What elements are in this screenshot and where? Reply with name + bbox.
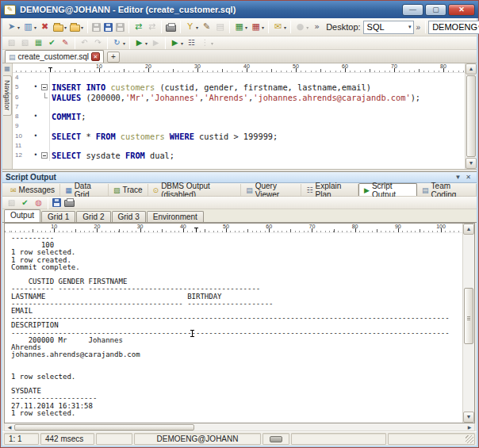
desktop-select[interactable]: SQL▾ — [363, 21, 414, 34]
connect-icon[interactable]: ➤▾ — [5, 20, 21, 34]
recall-statement-icon[interactable]: ↻▾ — [110, 37, 127, 49]
tab-create-customer-sql[interactable]: ▤ create_customer.sql ✕ — [5, 50, 104, 63]
tab-close-button[interactable]: ✕ — [91, 52, 100, 61]
reload-icon[interactable]: ⇄ — [132, 20, 145, 34]
rollback-icon[interactable]: ▦▾ — [249, 20, 266, 34]
run-script-icon[interactable]: ▶▾ — [168, 37, 185, 49]
dropdown-arrow-icon[interactable]: ▾ — [123, 40, 125, 46]
dropdown-arrow-icon[interactable]: ▾ — [64, 25, 67, 30]
validate-icon[interactable]: ✔ — [18, 197, 32, 209]
editor-scrollbar[interactable]: ▲ ▼ — [465, 63, 477, 169]
editor-line[interactable]: 4 — [13, 73, 465, 82]
close-button[interactable]: ✕ — [448, 4, 475, 16]
subtab-grid-1[interactable]: Grid 1 — [41, 211, 75, 222]
dropdown-arrow-icon[interactable]: ▾ — [306, 25, 308, 30]
copy-to-grid-icon[interactable]: ▦ — [32, 37, 45, 49]
scroll-down-icon[interactable]: ▼ — [466, 158, 477, 169]
panel-tab-data-grid[interactable]: ▦Data Grid — [60, 184, 109, 196]
dropdown-arrow-icon[interactable]: ▾ — [81, 25, 83, 30]
subtab-output[interactable]: Output — [4, 209, 40, 222]
main-toolbar: ➤▾▥▾✖▾▾⇄⇄Y▾✎▤▦▾▦▾✉▾●▾»Desktop:SQL▾»DEMOE… — [2, 18, 477, 36]
dropdown-arrow-icon[interactable]: ▾ — [34, 25, 36, 30]
dropdown-arrow-icon[interactable]: ▾ — [245, 25, 247, 30]
subtab-grid-2[interactable]: Grid 2 — [76, 211, 110, 222]
attachment-icon[interactable]: ✉▾ — [271, 20, 288, 34]
editor-line[interactable]: 10•SELECT * FROM customers WHERE custid … — [13, 132, 465, 141]
resize-grip-icon[interactable] — [466, 435, 473, 443]
code-text: COMMIT; — [50, 112, 86, 121]
subtab-environment[interactable]: Environment — [147, 211, 204, 222]
status-cell-4 — [262, 433, 289, 445]
connection-select[interactable]: DEMOENG▾ — [428, 21, 479, 34]
dropdown-arrow-icon[interactable]: ▾ — [17, 25, 20, 30]
ruler-tick — [370, 69, 370, 72]
fold-collapse-icon[interactable] — [41, 152, 48, 159]
output-scroll-up-icon[interactable]: ▲ — [463, 224, 474, 235]
chevron-down-icon[interactable]: ▾ — [408, 24, 412, 30]
dropdown-arrow-icon[interactable]: ▾ — [211, 40, 213, 46]
print-icon[interactable] — [164, 20, 178, 34]
editor-line[interactable]: 8•COMMIT; — [13, 112, 465, 121]
panel-tab-dbms-output-disabled-[interactable]: ⊙DBMS Output (disabled) — [148, 184, 242, 196]
new-tab-button[interactable]: + — [107, 52, 120, 63]
output-hscrollbar[interactable]: ◀ ▶ — [4, 423, 475, 431]
script-output-text[interactable]: ---------- 100 1 row selected. 1 row cre… — [5, 233, 462, 417]
output-scrollbar[interactable]: ▲ ▼ — [462, 224, 474, 423]
scroll-up-icon[interactable]: ▲ — [466, 63, 477, 75]
scroll-right-icon[interactable]: ▶ — [465, 424, 474, 430]
open-file-icon[interactable]: ▾ — [52, 20, 68, 34]
panel-tab-team-coding[interactable]: ▤Team Coding — [417, 184, 477, 196]
save-output-icon[interactable] — [51, 197, 63, 209]
execute-statement-icon[interactable]: ▶▾ — [132, 37, 149, 49]
print-output-icon[interactable] — [63, 197, 76, 209]
output-toolbar: ▧✔◍ — [2, 197, 477, 209]
dropdown-arrow-icon[interactable]: ▾ — [284, 25, 286, 30]
save-as-icon[interactable] — [102, 20, 114, 34]
navigator-tab[interactable]: Navigator — [3, 75, 12, 116]
output-scroll-down-icon[interactable]: ▼ — [463, 412, 474, 423]
panel-tab-trace[interactable]: ▨Trace — [109, 184, 148, 196]
maximize-button[interactable]: ▢ — [425, 4, 446, 16]
new-document-icon[interactable]: ▥▾ — [21, 20, 38, 34]
panel-tab-query-viewer[interactable]: ▤Query Viewer — [241, 184, 301, 196]
edit-object-icon[interactable]: ✎ — [200, 20, 213, 34]
scroll-left-icon[interactable]: ◀ — [5, 424, 14, 430]
fold-gutter[interactable] — [40, 82, 50, 92]
fold-gutter[interactable] — [40, 151, 50, 160]
dropdown-arrow-icon[interactable]: ▾ — [196, 25, 198, 30]
panel-tab-messages[interactable]: ✉Messages — [6, 184, 60, 196]
panel-close-icon[interactable]: ✕ — [463, 174, 473, 181]
fold-collapse-icon[interactable] — [41, 84, 48, 90]
token-tbl: customers — [110, 82, 155, 92]
dropdown-arrow-icon[interactable]: ▾ — [145, 40, 148, 46]
dropdown-arrow-icon[interactable]: ▾ — [262, 25, 264, 30]
editor-line[interactable]: 7 — [13, 102, 465, 112]
commit-icon[interactable]: ▦▾ — [232, 20, 249, 34]
describe-icon[interactable]: Y▾ — [183, 20, 200, 34]
pin-icon[interactable]: ▼ — [452, 174, 463, 181]
wrap-output-icon[interactable]: ◍ — [32, 197, 45, 209]
token-str: 'johannes.ahrends@carajandb.com' — [253, 93, 410, 102]
editor-line[interactable]: 11 — [13, 141, 465, 151]
editor-line[interactable]: 9 — [13, 121, 465, 131]
format-code-icon[interactable]: ✎ — [59, 37, 72, 49]
editor-line[interactable]: 5•INSERT INTO customers (custid, gender,… — [13, 82, 465, 92]
editor-line[interactable]: 12•SELECT sysdate FROM dual; — [13, 151, 465, 160]
disconnect-icon[interactable]: ✖ — [38, 20, 52, 34]
explain-plan-icon[interactable]: ☷ — [185, 37, 198, 49]
subtab-grid-3[interactable]: Grid 3 — [112, 211, 146, 222]
open-recent-icon[interactable]: ▾ — [68, 20, 85, 34]
token-kw: SELECT — [52, 151, 81, 160]
check-syntax-icon[interactable]: ✔ — [45, 37, 59, 49]
dropdown-arrow-icon[interactable]: ▾ — [181, 40, 183, 46]
panel-tab-script-output[interactable]: ▶Script Output — [358, 183, 417, 196]
toolbar-overflow-button[interactable]: » — [310, 20, 324, 34]
cut-icon: ▧ — [6, 38, 17, 48]
script-output-view[interactable]: 102030405060708090100 ---------- 100 1 r… — [5, 224, 462, 423]
minimize-button[interactable]: — — [402, 4, 423, 16]
panel-tab-explain-plan[interactable]: ☷Explain Plan — [301, 184, 358, 196]
code-editor[interactable]: 1020304050607080 45•INSERT INTO customer… — [13, 63, 465, 169]
editor-line[interactable]: 6VALUES (200000,'Mr','Johannes','Ahrends… — [13, 93, 465, 102]
desktop-overflow-button[interactable]: » — [414, 23, 423, 32]
line-number: 12 — [13, 151, 32, 160]
